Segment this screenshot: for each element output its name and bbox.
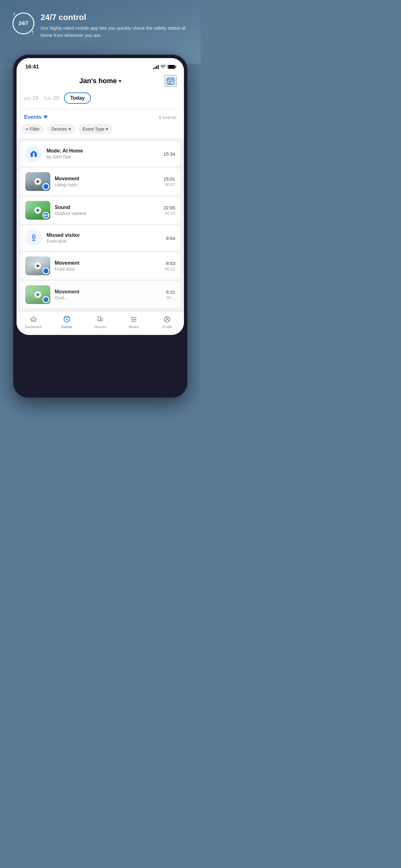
event-4-time: 9:54 bbox=[166, 236, 175, 241]
chevron-down-icon: ▾ bbox=[119, 78, 121, 84]
event-4-subtitle: Front door bbox=[46, 239, 162, 244]
day-selector: Mo 19 Tue 20 Today bbox=[16, 90, 184, 109]
nav-modes[interactable]: Modes bbox=[117, 315, 151, 329]
event-icon-mode bbox=[25, 145, 42, 162]
event-3-subtitle: Outdoor camera bbox=[55, 211, 159, 216]
svg-rect-5 bbox=[170, 81, 171, 82]
events-list: Mode: At Home by John Doe 15:34 bbox=[16, 138, 184, 312]
dashboard-icon bbox=[30, 315, 37, 324]
svg-point-26 bbox=[166, 317, 168, 319]
svg-point-23 bbox=[134, 319, 136, 320]
event-6-subtitle: Outd... bbox=[55, 295, 162, 300]
event-3-title: Sound bbox=[55, 205, 159, 210]
status-time: 16:41 bbox=[25, 64, 39, 70]
event-4-times: 9:54 bbox=[166, 236, 175, 241]
svg-rect-4 bbox=[168, 81, 170, 82]
home-title-container[interactable]: Jan's home ▾ bbox=[79, 77, 121, 85]
day-today-label: Today bbox=[70, 95, 85, 101]
nav-events[interactable]: Events bbox=[50, 315, 83, 329]
filter-label: Filter bbox=[30, 127, 40, 131]
filter-button[interactable]: ≡ Filter bbox=[22, 124, 44, 134]
event-1-info: Mode: At Home by John Doe bbox=[46, 148, 159, 159]
nav-profile[interactable]: Profile bbox=[151, 315, 184, 329]
day-tue-number: 20 bbox=[53, 95, 59, 101]
devices-icon bbox=[97, 315, 104, 324]
event-1-time: 15:34 bbox=[163, 151, 175, 157]
event-2-thumbnail bbox=[25, 172, 50, 191]
event-2-times: 15:01 00:07 bbox=[163, 176, 175, 187]
nav-devices[interactable]: Devices bbox=[83, 315, 117, 329]
event-card-1[interactable]: Mode: At Home by John Doe 15:34 bbox=[20, 141, 180, 167]
play-button-5[interactable] bbox=[34, 262, 41, 269]
calendar-button[interactable] bbox=[165, 75, 176, 87]
play-button-2[interactable] bbox=[34, 178, 41, 185]
event-5-info: Movement Front door bbox=[55, 260, 161, 272]
event-1-subtitle: by John Doe bbox=[46, 154, 159, 159]
event-6-duration: 00:... bbox=[166, 295, 175, 300]
event-5-thumb-inner bbox=[25, 256, 50, 275]
svg-rect-8 bbox=[170, 83, 171, 84]
events-icon bbox=[63, 315, 71, 324]
nav-profile-label: Profile bbox=[162, 325, 172, 329]
events-header: Events 8 events bbox=[16, 109, 184, 124]
battery-icon bbox=[168, 65, 175, 69]
nav-devices-label: Devices bbox=[94, 325, 106, 329]
promo-text: 24/7 control Our highly rated mobile app… bbox=[41, 12, 188, 39]
event-3-duration: 00:20 bbox=[163, 211, 175, 216]
play-button-3[interactable] bbox=[34, 207, 41, 214]
svg-rect-17 bbox=[101, 318, 103, 321]
event-type-filter-button[interactable]: Event Type ▾ bbox=[78, 124, 113, 134]
phone-frame: 16:41 bbox=[13, 54, 188, 398]
event-2-info: Movement Living room bbox=[55, 176, 159, 187]
event-card-5[interactable]: Movement Front door 9:53 00:11 bbox=[20, 252, 180, 280]
event-3-time: 22:05 bbox=[163, 205, 175, 210]
promo-title: 24/7 control bbox=[41, 12, 188, 22]
play-button-6[interactable] bbox=[34, 291, 41, 298]
phone-wrapper: 16:41 bbox=[0, 54, 201, 404]
promo-description: Our highly rated mobile app lets you qui… bbox=[41, 25, 188, 39]
devices-filter-button[interactable]: Devices ▾ bbox=[47, 124, 75, 134]
devices-filter-label: Devices bbox=[52, 127, 67, 131]
event-2-time: 15:01 bbox=[163, 176, 175, 182]
filters-row: ≡ Filter Devices ▾ Event Type ▾ bbox=[16, 124, 184, 138]
event-4-info: Missed visitor Front door bbox=[46, 232, 162, 244]
wifi-icon bbox=[161, 64, 166, 69]
nav-dashboard-label: Dashboard bbox=[25, 325, 42, 329]
nav-events-label: Events bbox=[62, 325, 72, 329]
event-card-3[interactable]: Sound Outdoor camera 22:05 00:20 bbox=[20, 196, 180, 224]
camera-badge-6-inner bbox=[43, 297, 48, 302]
home-name: Jan's home bbox=[79, 77, 117, 85]
event-1-title: Mode: At Home bbox=[46, 148, 159, 154]
nav-modes-label: Modes bbox=[129, 325, 139, 329]
events-label[interactable]: Events bbox=[24, 114, 48, 120]
modes-icon bbox=[130, 315, 137, 324]
event-5-times: 9:53 00:11 bbox=[165, 260, 175, 271]
event-5-duration: 00:11 bbox=[165, 267, 175, 271]
event-card-2[interactable]: Movement Living room 15:01 00:07 bbox=[20, 168, 180, 195]
svg-point-16 bbox=[99, 320, 100, 320]
nav-dashboard[interactable]: Dashboard bbox=[16, 315, 50, 329]
event-6-thumbnail bbox=[25, 285, 50, 304]
phone-screen: 16:41 bbox=[16, 58, 184, 335]
camera-badge-5 bbox=[42, 268, 49, 274]
event-5-subtitle: Front door bbox=[55, 267, 161, 272]
camera-badge-2 bbox=[42, 183, 49, 190]
camera-badge-3 bbox=[42, 212, 49, 219]
status-bar: 16:41 bbox=[16, 58, 184, 74]
signal-icon bbox=[153, 65, 159, 69]
event-icon-doorbell bbox=[25, 230, 42, 247]
events-count: 8 events bbox=[159, 115, 176, 120]
day-tue[interactable]: Tue 20 bbox=[43, 95, 59, 101]
svg-rect-7 bbox=[168, 83, 170, 84]
svg-point-22 bbox=[132, 317, 133, 318]
event-4-title: Missed visitor bbox=[46, 232, 162, 238]
event-card-6[interactable]: Movement Outd... 8:31 00:... bbox=[20, 281, 180, 308]
status-icons bbox=[153, 64, 175, 69]
event-type-chevron-icon: ▾ bbox=[106, 127, 108, 131]
day-today[interactable]: Today bbox=[64, 92, 91, 104]
event-card-4[interactable]: Missed visitor Front door 9:54 bbox=[20, 225, 180, 251]
day-mo[interactable]: Mo 19 bbox=[24, 95, 38, 101]
event-3-times: 22:05 00:20 bbox=[163, 205, 175, 216]
event-3-thumbnail bbox=[25, 201, 50, 220]
promo-icon: 24/7 ↗ ↙ bbox=[12, 12, 34, 34]
